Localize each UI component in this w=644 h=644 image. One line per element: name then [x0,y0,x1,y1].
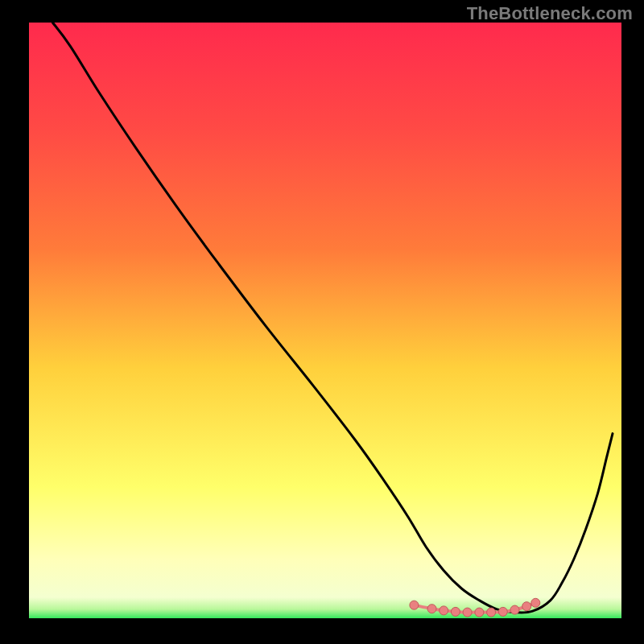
gradient-background [29,23,621,618]
optimal-range-marker [427,605,436,613]
optimal-range-marker [410,601,419,609]
optimal-range-marker [463,608,472,617]
optimal-range-marker [522,602,531,611]
watermark-text: TheBottleneck.com [467,3,633,24]
plot-area [0,0,644,644]
chart-svg [0,0,644,644]
optimal-range-marker [531,598,540,607]
optimal-range-marker [451,607,460,616]
optimal-range-marker [498,607,507,616]
optimal-range-marker [475,608,484,617]
optimal-range-marker [440,606,448,615]
chart-container: { "watermark": "TheBottleneck.com", "col… [0,0,644,644]
optimal-range-marker [510,605,519,614]
optimal-range-marker [487,608,496,617]
